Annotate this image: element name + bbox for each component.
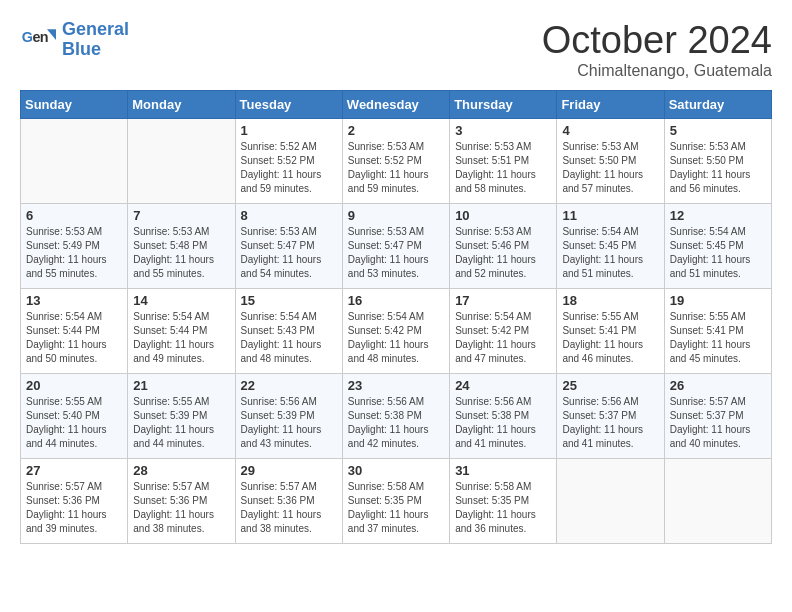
day-number: 12: [670, 208, 766, 223]
calendar-cell: [21, 118, 128, 203]
calendar-cell: 4Sunrise: 5:53 AM Sunset: 5:50 PM Daylig…: [557, 118, 664, 203]
logo-line1: General: [62, 19, 129, 39]
calendar-cell: 30Sunrise: 5:58 AM Sunset: 5:35 PM Dayli…: [342, 458, 449, 543]
day-number: 18: [562, 293, 658, 308]
logo-text: General Blue: [62, 20, 129, 60]
calendar-cell: 5Sunrise: 5:53 AM Sunset: 5:50 PM Daylig…: [664, 118, 771, 203]
day-info: Sunrise: 5:54 AM Sunset: 5:44 PM Dayligh…: [133, 310, 229, 366]
calendar-cell: 24Sunrise: 5:56 AM Sunset: 5:38 PM Dayli…: [450, 373, 557, 458]
logo-line2: Blue: [62, 39, 101, 59]
day-number: 24: [455, 378, 551, 393]
svg-text:G: G: [22, 29, 33, 45]
header-day: Saturday: [664, 90, 771, 118]
day-number: 6: [26, 208, 122, 223]
day-info: Sunrise: 5:53 AM Sunset: 5:47 PM Dayligh…: [241, 225, 337, 281]
calendar-cell: 6Sunrise: 5:53 AM Sunset: 5:49 PM Daylig…: [21, 203, 128, 288]
day-info: Sunrise: 5:57 AM Sunset: 5:36 PM Dayligh…: [26, 480, 122, 536]
day-number: 31: [455, 463, 551, 478]
calendar-cell: 18Sunrise: 5:55 AM Sunset: 5:41 PM Dayli…: [557, 288, 664, 373]
day-number: 15: [241, 293, 337, 308]
day-number: 2: [348, 123, 444, 138]
day-number: 25: [562, 378, 658, 393]
day-info: Sunrise: 5:57 AM Sunset: 5:37 PM Dayligh…: [670, 395, 766, 451]
day-number: 19: [670, 293, 766, 308]
day-info: Sunrise: 5:53 AM Sunset: 5:47 PM Dayligh…: [348, 225, 444, 281]
page-header: G e n General Blue October 2024 Chimalte…: [20, 20, 772, 80]
day-info: Sunrise: 5:52 AM Sunset: 5:52 PM Dayligh…: [241, 140, 337, 196]
day-info: Sunrise: 5:55 AM Sunset: 5:40 PM Dayligh…: [26, 395, 122, 451]
day-info: Sunrise: 5:54 AM Sunset: 5:43 PM Dayligh…: [241, 310, 337, 366]
calendar-cell: 10Sunrise: 5:53 AM Sunset: 5:46 PM Dayli…: [450, 203, 557, 288]
calendar-week-row: 27Sunrise: 5:57 AM Sunset: 5:36 PM Dayli…: [21, 458, 772, 543]
day-number: 26: [670, 378, 766, 393]
day-number: 4: [562, 123, 658, 138]
calendar-cell: 21Sunrise: 5:55 AM Sunset: 5:39 PM Dayli…: [128, 373, 235, 458]
day-info: Sunrise: 5:57 AM Sunset: 5:36 PM Dayligh…: [133, 480, 229, 536]
day-number: 22: [241, 378, 337, 393]
day-info: Sunrise: 5:53 AM Sunset: 5:50 PM Dayligh…: [670, 140, 766, 196]
calendar-cell: 23Sunrise: 5:56 AM Sunset: 5:38 PM Dayli…: [342, 373, 449, 458]
day-info: Sunrise: 5:53 AM Sunset: 5:51 PM Dayligh…: [455, 140, 551, 196]
day-number: 14: [133, 293, 229, 308]
day-info: Sunrise: 5:55 AM Sunset: 5:41 PM Dayligh…: [670, 310, 766, 366]
day-number: 5: [670, 123, 766, 138]
day-number: 29: [241, 463, 337, 478]
header-day: Thursday: [450, 90, 557, 118]
calendar-cell: 15Sunrise: 5:54 AM Sunset: 5:43 PM Dayli…: [235, 288, 342, 373]
calendar-cell: 16Sunrise: 5:54 AM Sunset: 5:42 PM Dayli…: [342, 288, 449, 373]
calendar-cell: 14Sunrise: 5:54 AM Sunset: 5:44 PM Dayli…: [128, 288, 235, 373]
day-number: 11: [562, 208, 658, 223]
calendar-cell: 28Sunrise: 5:57 AM Sunset: 5:36 PM Dayli…: [128, 458, 235, 543]
day-number: 30: [348, 463, 444, 478]
calendar-cell: 2Sunrise: 5:53 AM Sunset: 5:52 PM Daylig…: [342, 118, 449, 203]
svg-text:n: n: [40, 29, 49, 45]
month-title: October 2024: [542, 20, 772, 62]
day-info: Sunrise: 5:54 AM Sunset: 5:42 PM Dayligh…: [455, 310, 551, 366]
header-day: Wednesday: [342, 90, 449, 118]
calendar-week-row: 13Sunrise: 5:54 AM Sunset: 5:44 PM Dayli…: [21, 288, 772, 373]
day-info: Sunrise: 5:55 AM Sunset: 5:39 PM Dayligh…: [133, 395, 229, 451]
calendar-cell: [664, 458, 771, 543]
day-number: 9: [348, 208, 444, 223]
day-info: Sunrise: 5:56 AM Sunset: 5:38 PM Dayligh…: [348, 395, 444, 451]
day-info: Sunrise: 5:54 AM Sunset: 5:45 PM Dayligh…: [562, 225, 658, 281]
calendar-cell: 31Sunrise: 5:58 AM Sunset: 5:35 PM Dayli…: [450, 458, 557, 543]
calendar-cell: 19Sunrise: 5:55 AM Sunset: 5:41 PM Dayli…: [664, 288, 771, 373]
day-info: Sunrise: 5:53 AM Sunset: 5:46 PM Dayligh…: [455, 225, 551, 281]
day-info: Sunrise: 5:54 AM Sunset: 5:44 PM Dayligh…: [26, 310, 122, 366]
calendar-week-row: 1Sunrise: 5:52 AM Sunset: 5:52 PM Daylig…: [21, 118, 772, 203]
day-number: 1: [241, 123, 337, 138]
calendar-cell: 29Sunrise: 5:57 AM Sunset: 5:36 PM Dayli…: [235, 458, 342, 543]
day-number: 20: [26, 378, 122, 393]
day-number: 21: [133, 378, 229, 393]
day-info: Sunrise: 5:53 AM Sunset: 5:49 PM Dayligh…: [26, 225, 122, 281]
calendar-cell: 3Sunrise: 5:53 AM Sunset: 5:51 PM Daylig…: [450, 118, 557, 203]
day-number: 27: [26, 463, 122, 478]
calendar-cell: [128, 118, 235, 203]
location-subtitle: Chimaltenango, Guatemala: [542, 62, 772, 80]
calendar-cell: 17Sunrise: 5:54 AM Sunset: 5:42 PM Dayli…: [450, 288, 557, 373]
calendar-cell: 22Sunrise: 5:56 AM Sunset: 5:39 PM Dayli…: [235, 373, 342, 458]
header-row: SundayMondayTuesdayWednesdayThursdayFrid…: [21, 90, 772, 118]
logo-icon: G e n: [20, 22, 56, 58]
header-day: Monday: [128, 90, 235, 118]
day-number: 16: [348, 293, 444, 308]
day-info: Sunrise: 5:56 AM Sunset: 5:37 PM Dayligh…: [562, 395, 658, 451]
day-info: Sunrise: 5:57 AM Sunset: 5:36 PM Dayligh…: [241, 480, 337, 536]
header-day: Friday: [557, 90, 664, 118]
day-info: Sunrise: 5:58 AM Sunset: 5:35 PM Dayligh…: [455, 480, 551, 536]
day-info: Sunrise: 5:54 AM Sunset: 5:45 PM Dayligh…: [670, 225, 766, 281]
calendar-cell: 25Sunrise: 5:56 AM Sunset: 5:37 PM Dayli…: [557, 373, 664, 458]
day-info: Sunrise: 5:56 AM Sunset: 5:39 PM Dayligh…: [241, 395, 337, 451]
calendar-cell: 27Sunrise: 5:57 AM Sunset: 5:36 PM Dayli…: [21, 458, 128, 543]
calendar-table: SundayMondayTuesdayWednesdayThursdayFrid…: [20, 90, 772, 544]
calendar-cell: 1Sunrise: 5:52 AM Sunset: 5:52 PM Daylig…: [235, 118, 342, 203]
day-number: 8: [241, 208, 337, 223]
title-block: October 2024 Chimaltenango, Guatemala: [542, 20, 772, 80]
day-number: 13: [26, 293, 122, 308]
day-number: 23: [348, 378, 444, 393]
day-info: Sunrise: 5:56 AM Sunset: 5:38 PM Dayligh…: [455, 395, 551, 451]
day-info: Sunrise: 5:58 AM Sunset: 5:35 PM Dayligh…: [348, 480, 444, 536]
calendar-cell: 7Sunrise: 5:53 AM Sunset: 5:48 PM Daylig…: [128, 203, 235, 288]
calendar-cell: 8Sunrise: 5:53 AM Sunset: 5:47 PM Daylig…: [235, 203, 342, 288]
